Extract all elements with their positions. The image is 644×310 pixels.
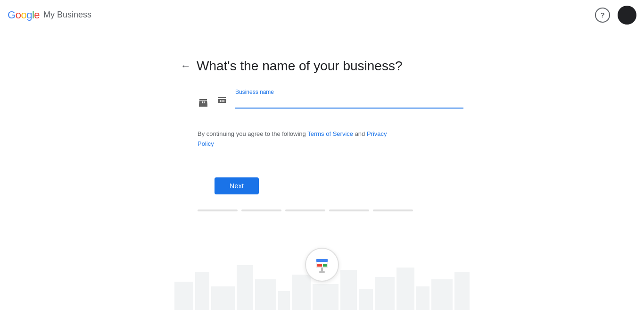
building-1 — [174, 282, 193, 310]
building-3 — [211, 286, 235, 310]
store-icon — [198, 97, 209, 110]
logo-letter-g: G — [8, 9, 16, 21]
business-icon — [216, 95, 228, 109]
back-arrow-icon[interactable]: ← — [181, 61, 191, 71]
building-11 — [375, 277, 395, 310]
business-name-label: Business name — [235, 89, 274, 95]
svg-rect-5 — [321, 268, 323, 271]
building-6 — [278, 291, 290, 310]
step-3 — [285, 209, 325, 211]
svg-rect-2 — [316, 259, 328, 262]
building-4 — [237, 265, 253, 310]
svg-rect-4 — [323, 264, 327, 267]
terms-section: By continuing you agree to the following… — [198, 129, 396, 149]
step-5 — [373, 209, 413, 211]
page-header: ← What's the name of your business? — [181, 59, 463, 74]
step-1 — [198, 209, 238, 211]
svg-rect-0 — [199, 104, 207, 107]
logo-letter-o2: o — [21, 9, 26, 21]
business-name-field-wrapper: Business name — [235, 89, 463, 109]
bottom-illustration — [0, 235, 644, 310]
step-4 — [329, 209, 369, 211]
building-13 — [416, 286, 429, 310]
help-icon[interactable]: ? — [595, 8, 610, 23]
main-content: ← What's the name of your business? Busi… — [0, 30, 644, 211]
building-15 — [454, 272, 470, 310]
svg-rect-3 — [317, 264, 322, 267]
app-header: Google My Business ? — [0, 0, 644, 30]
logo-letter-e: e — [34, 9, 40, 21]
building-10 — [359, 289, 373, 310]
input-section: Business name — [198, 89, 463, 110]
next-button[interactable]: Next — [215, 177, 259, 194]
avatar[interactable] — [618, 6, 636, 25]
building-8 — [313, 284, 339, 310]
terms-of-service-link[interactable]: Terms of Service — [307, 130, 353, 137]
header-actions: ? — [595, 6, 636, 25]
svg-rect-6 — [319, 271, 325, 273]
store-sign-svg — [313, 255, 331, 274]
building-14 — [431, 279, 453, 310]
app-title: My Business — [43, 10, 91, 20]
building-12 — [396, 268, 414, 310]
page-title: What's the name of your business? — [197, 59, 402, 74]
form-container: ← What's the name of your business? Busi… — [181, 59, 463, 211]
building-2 — [195, 272, 209, 310]
step-2 — [241, 209, 281, 211]
building-5 — [255, 279, 276, 310]
store-sign-circle — [305, 248, 339, 282]
logo-letter-g2: g — [26, 9, 32, 21]
city-skyline — [0, 235, 644, 310]
logo-letter-o1: o — [16, 9, 21, 21]
store-sign-container — [305, 248, 339, 282]
google-wordmark: Google — [8, 9, 40, 21]
building-9 — [340, 270, 357, 310]
terms-and-text: and — [353, 130, 367, 137]
terms-prefix-text: By continuing you agree to the following — [198, 130, 307, 137]
progress-steps — [198, 209, 463, 211]
brand-logo: Google My Business — [8, 9, 91, 21]
